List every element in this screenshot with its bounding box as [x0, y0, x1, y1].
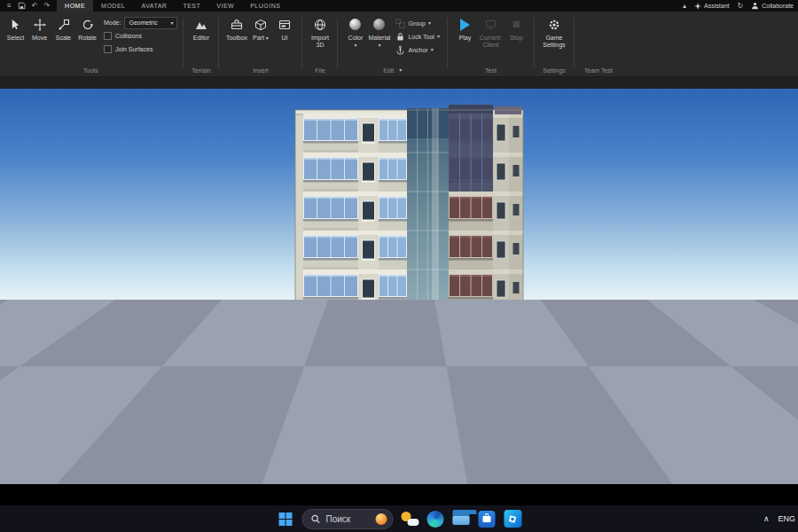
ribbon-group-settings: GameSettings Settings — [537, 12, 571, 76]
ribbon-group-terrain: Editor Terrain — [186, 12, 215, 76]
baseplate-ground — [0, 300, 798, 484]
titlebar: ≡ ↶ ↷ HOME MODEL AVATAR TEST VIEW PLUGIN… — [0, 0, 798, 12]
test-group-label: Test — [453, 66, 528, 75]
import-3d-button[interactable]: Import3D — [308, 13, 332, 49]
ribbon-group-insert: Toolbox Part ▾ — [222, 12, 299, 76]
collapse-ribbon-icon[interactable]: ▴ — [683, 0, 686, 12]
gear-icon — [548, 16, 560, 33]
search-icon — [311, 514, 321, 524]
sync-icon[interactable]: ↻ — [737, 0, 743, 12]
dialog-launcher-icon[interactable]: ▾ — [399, 67, 402, 74]
insert-group-label: Insert — [224, 66, 296, 75]
ribbon: Select Move — [0, 12, 798, 77]
ribbon-separator — [183, 18, 184, 68]
folder-icon — [453, 512, 470, 525]
windows-taskbar: Поиск ∧ ENG — [0, 505, 798, 532]
anchor-button[interactable]: Anchor ▾ — [394, 43, 441, 56]
ribbon-separator — [447, 18, 448, 68]
part-button[interactable]: Part ▾ — [248, 13, 272, 42]
search-highlight-icon — [376, 513, 387, 525]
rotate-tool-button[interactable]: Rotate — [75, 13, 99, 42]
collaborate-label: Collaborate — [762, 3, 794, 9]
ribbon-separator — [574, 18, 575, 68]
lock-tool-button[interactable]: Lock Tool ▾ — [394, 30, 441, 43]
tab-avatar[interactable]: AVATAR — [133, 0, 175, 12]
terrain-group-label: Terrain — [189, 66, 213, 75]
tab-home[interactable]: HOME — [57, 0, 93, 12]
widgets-weather-button[interactable] — [401, 510, 419, 528]
checkbox-icon — [104, 32, 112, 40]
3d-viewport[interactable] — [0, 89, 798, 484]
scale-icon — [58, 16, 70, 33]
windows-logo-icon — [279, 512, 293, 526]
store-bag-icon — [479, 511, 496, 528]
ribbon-group-tools: Select Move — [1, 12, 180, 76]
ribbon-group-edit: Color▾ Material▾ Group ▾ — [340, 12, 443, 76]
collisions-checkbox[interactable]: Collisions — [104, 30, 177, 42]
checkbox-icon — [104, 45, 112, 53]
tab-plugins[interactable]: PLUGINS — [242, 0, 288, 12]
ui-icon — [278, 16, 291, 33]
tools-group-label: Tools — [4, 66, 177, 75]
toolbox-button[interactable]: Toolbox — [224, 13, 248, 42]
sky — [0, 89, 798, 301]
file-explorer-button[interactable] — [452, 510, 471, 528]
client-monitor-icon — [485, 16, 497, 33]
team-test-group-label: Team Test — [580, 66, 617, 75]
terrain-icon — [195, 16, 207, 33]
ribbon-separator — [301, 18, 302, 68]
sparkle-icon — [694, 3, 701, 10]
group-icon — [395, 19, 405, 28]
undo-icon[interactable]: ↶ — [32, 0, 38, 12]
mode-select[interactable]: Geometric ▾ — [124, 17, 177, 29]
terrain-editor-button[interactable]: Editor — [189, 13, 213, 42]
ribbon-group-team-test: Team Test — [577, 12, 620, 76]
roblox-studio-icon — [504, 510, 521, 528]
save-icon[interactable] — [18, 2, 26, 10]
ribbon-separator — [337, 18, 338, 68]
tab-model[interactable]: MODEL — [93, 0, 133, 12]
scale-tool-button[interactable]: Scale — [51, 13, 75, 42]
color-wheel-icon — [349, 19, 361, 30]
app-menu-icon[interactable]: ≡ — [7, 0, 12, 12]
ui-button[interactable]: UI — [272, 13, 296, 42]
move-tool-button[interactable]: Move — [27, 13, 51, 42]
ribbon-separator — [218, 18, 219, 68]
assistant-label: Assistant — [704, 3, 729, 9]
move-icon — [34, 16, 46, 33]
cloud-icon — [408, 519, 419, 526]
game-settings-button[interactable]: GameSettings — [540, 13, 568, 49]
material-button[interactable]: Material▾ — [367, 13, 391, 49]
edit-group-label: Edit ▾ — [343, 66, 441, 75]
ribbon-group-file: Import3D File — [305, 12, 334, 76]
assistant-button[interactable]: Assistant — [694, 3, 729, 10]
roblox-studio-window: ≡ ↶ ↷ HOME MODEL AVATAR TEST VIEW PLUGIN… — [0, 0, 798, 532]
toolbox-icon — [231, 16, 243, 33]
roblox-studio-button[interactable] — [504, 510, 522, 528]
collaborate-button[interactable]: Collaborate — [751, 2, 794, 10]
tools-options: Mode: Geometric ▾ Collisions Join Surfac… — [104, 17, 177, 55]
current-client-button: Current:Client — [477, 13, 505, 49]
ribbon-group-test: Play Current:Client Stop — [450, 12, 531, 76]
play-button[interactable]: Play — [453, 13, 477, 42]
color-button[interactable]: Color▾ — [343, 13, 367, 49]
tab-test[interactable]: TEST — [175, 0, 208, 12]
redo-icon[interactable]: ↷ — [43, 0, 50, 12]
tab-view[interactable]: VIEW — [208, 0, 242, 12]
search-placeholder: Поиск — [326, 514, 351, 524]
stop-button: Stop — [505, 13, 528, 42]
select-tool-button[interactable]: Select — [4, 13, 27, 42]
select-cursor-icon — [10, 16, 21, 33]
part-cube-icon — [254, 16, 267, 33]
join-surfaces-checkbox[interactable]: Join Surfaces — [104, 43, 177, 55]
start-button[interactable] — [277, 510, 295, 528]
language-indicator[interactable]: ENG — [778, 514, 795, 523]
edge-browser-button[interactable] — [426, 510, 445, 528]
ribbon-tabs: HOME MODEL AVATAR TEST VIEW PLUGINS — [57, 0, 288, 12]
lock-icon — [395, 32, 405, 42]
taskbar-chevron-up-icon[interactable]: ∧ — [763, 514, 770, 523]
microsoft-store-button[interactable] — [478, 510, 497, 528]
file-group-label: File — [308, 66, 332, 75]
quick-access-toolbar: ≡ ↶ ↷ — [0, 0, 57, 12]
taskbar-search[interactable]: Поиск — [302, 509, 394, 529]
